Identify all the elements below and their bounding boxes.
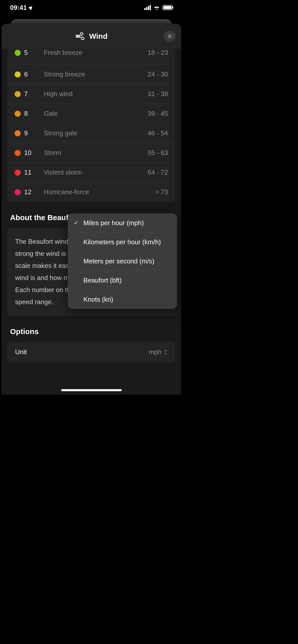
scale-range: > 73	[155, 188, 168, 196]
unit-menu-item[interactable]: Kilometers per hour (km/h)	[68, 232, 177, 252]
scale-number: 5	[24, 49, 35, 57]
unit-menu-item[interactable]: Knots (kn)	[68, 290, 177, 309]
table-row: 5Fresh breeze18 - 23	[8, 49, 175, 64]
options-heading: Options	[10, 327, 181, 336]
unit-value-group: mph	[149, 348, 168, 356]
unit-value: mph	[149, 348, 161, 356]
scale-name: Storm	[44, 149, 148, 157]
severity-dot	[15, 50, 21, 56]
scale-name: Strong gale	[44, 129, 148, 137]
checkmark-icon: ✓	[74, 219, 81, 227]
table-row: 7High wind31 - 38	[8, 84, 175, 104]
beaufort-table: 5Fresh breeze18 - 236Strong breeze24 - 3…	[8, 49, 175, 202]
table-row: 9Strong gale46 - 54	[8, 123, 175, 143]
scale-number: 6	[24, 70, 35, 78]
sheet-title: Wind	[89, 32, 108, 41]
scale-range: 46 - 54	[148, 129, 168, 137]
table-row: 6Strong breeze24 - 30	[8, 64, 175, 84]
unit-menu-label: Meters per second (m/s)	[83, 257, 154, 266]
scale-number: 11	[24, 169, 35, 176]
battery-icon	[162, 5, 173, 10]
unit-menu-label: Beaufort (bft)	[83, 276, 122, 285]
sheet-header: Wind	[2, 24, 181, 49]
unit-menu-label: Kilometers per hour (km/h)	[83, 237, 161, 247]
severity-dot	[15, 111, 21, 117]
severity-dot	[15, 71, 21, 77]
sheet-title-group: Wind	[75, 32, 108, 41]
status-time: 09:41	[10, 4, 27, 12]
scale-name: Hurricane-force	[44, 188, 155, 196]
cellular-icon	[144, 5, 151, 10]
scale-number: 12	[24, 188, 35, 196]
status-time-group: 09:41	[10, 4, 33, 12]
scale-name: Gale	[44, 110, 148, 117]
scale-number: 7	[24, 90, 35, 98]
table-row: 10Storm55 - 63	[8, 143, 175, 163]
sheet-content: 5Fresh breeze18 - 236Strong breeze24 - 3…	[2, 49, 181, 363]
unit-menu-item[interactable]: ✓Miles per hour (mph)	[68, 213, 177, 232]
unit-row[interactable]: Unit mph	[8, 342, 175, 363]
location-icon	[28, 5, 34, 10]
unit-menu-item[interactable]: Meters per second (m/s)	[68, 252, 177, 271]
scale-range: 39 - 45	[148, 110, 168, 117]
wind-icon	[75, 32, 86, 40]
close-button[interactable]	[164, 30, 176, 42]
status-indicators	[144, 5, 173, 10]
scale-range: 24 - 30	[148, 70, 168, 78]
severity-dot	[15, 170, 21, 176]
scale-name: High wind	[44, 90, 148, 98]
unit-label: Unit	[15, 348, 149, 356]
severity-dot	[15, 150, 21, 156]
updown-icon	[164, 349, 168, 355]
status-bar: 09:41	[0, 0, 183, 15]
severity-dot	[15, 189, 21, 195]
severity-dot	[15, 130, 21, 136]
scale-range: 18 - 23	[148, 49, 168, 57]
unit-menu-item[interactable]: Beaufort (bft)	[68, 271, 177, 290]
unit-menu-label: Knots (kn)	[83, 295, 113, 304]
scale-name: Violent storm	[44, 169, 148, 176]
scale-number: 9	[24, 129, 35, 137]
wind-sheet: Wind 5Fresh breeze18 - 236Strong breeze2…	[2, 24, 181, 395]
scale-number: 8	[24, 110, 35, 117]
wifi-icon	[153, 5, 160, 10]
scale-name: Fresh breeze	[44, 49, 148, 57]
scale-name: Strong breeze	[44, 70, 148, 78]
scale-range: 55 - 63	[148, 149, 168, 157]
severity-dot	[15, 91, 21, 97]
table-row: 8Gale39 - 45	[8, 104, 175, 123]
scale-range: 64 - 72	[148, 169, 168, 176]
table-row: 12Hurricane-force> 73	[8, 182, 175, 202]
table-row: 11Violent storm64 - 72	[8, 163, 175, 182]
unit-menu-label: Miles per hour (mph)	[83, 218, 144, 227]
scale-range: 31 - 38	[148, 90, 168, 98]
unit-popup-menu: ✓Miles per hour (mph)Kilometers per hour…	[68, 213, 177, 309]
home-indicator[interactable]	[61, 389, 122, 391]
scale-number: 10	[24, 149, 35, 157]
